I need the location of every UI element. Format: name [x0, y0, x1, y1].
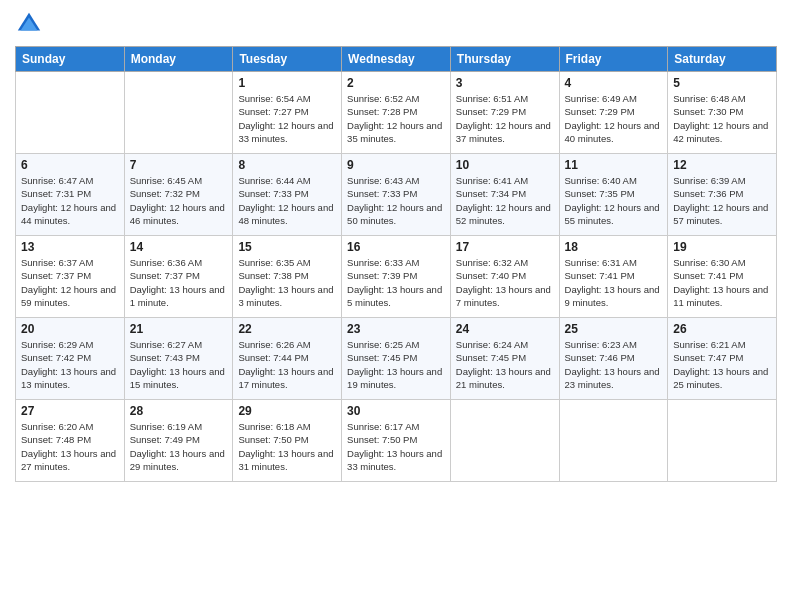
calendar-cell: 17Sunrise: 6:32 AM Sunset: 7:40 PM Dayli… [450, 236, 559, 318]
day-info: Sunrise: 6:47 AM Sunset: 7:31 PM Dayligh… [21, 174, 119, 227]
day-number: 7 [130, 158, 228, 172]
day-info: Sunrise: 6:30 AM Sunset: 7:41 PM Dayligh… [673, 256, 771, 309]
day-number: 4 [565, 76, 663, 90]
day-number: 16 [347, 240, 445, 254]
week-row-2: 6Sunrise: 6:47 AM Sunset: 7:31 PM Daylig… [16, 154, 777, 236]
calendar-cell: 8Sunrise: 6:44 AM Sunset: 7:33 PM Daylig… [233, 154, 342, 236]
calendar-cell: 9Sunrise: 6:43 AM Sunset: 7:33 PM Daylig… [342, 154, 451, 236]
calendar-cell: 6Sunrise: 6:47 AM Sunset: 7:31 PM Daylig… [16, 154, 125, 236]
day-info: Sunrise: 6:40 AM Sunset: 7:35 PM Dayligh… [565, 174, 663, 227]
calendar-cell: 25Sunrise: 6:23 AM Sunset: 7:46 PM Dayli… [559, 318, 668, 400]
day-header-friday: Friday [559, 47, 668, 72]
calendar-cell: 23Sunrise: 6:25 AM Sunset: 7:45 PM Dayli… [342, 318, 451, 400]
day-number: 3 [456, 76, 554, 90]
day-header-sunday: Sunday [16, 47, 125, 72]
day-number: 19 [673, 240, 771, 254]
day-number: 6 [21, 158, 119, 172]
calendar-cell: 28Sunrise: 6:19 AM Sunset: 7:49 PM Dayli… [124, 400, 233, 482]
day-info: Sunrise: 6:37 AM Sunset: 7:37 PM Dayligh… [21, 256, 119, 309]
day-number: 10 [456, 158, 554, 172]
day-info: Sunrise: 6:45 AM Sunset: 7:32 PM Dayligh… [130, 174, 228, 227]
day-number: 27 [21, 404, 119, 418]
calendar-cell: 16Sunrise: 6:33 AM Sunset: 7:39 PM Dayli… [342, 236, 451, 318]
day-number: 18 [565, 240, 663, 254]
calendar-cell: 27Sunrise: 6:20 AM Sunset: 7:48 PM Dayli… [16, 400, 125, 482]
day-info: Sunrise: 6:18 AM Sunset: 7:50 PM Dayligh… [238, 420, 336, 473]
day-info: Sunrise: 6:24 AM Sunset: 7:45 PM Dayligh… [456, 338, 554, 391]
day-info: Sunrise: 6:43 AM Sunset: 7:33 PM Dayligh… [347, 174, 445, 227]
calendar-cell: 7Sunrise: 6:45 AM Sunset: 7:32 PM Daylig… [124, 154, 233, 236]
week-row-1: 1Sunrise: 6:54 AM Sunset: 7:27 PM Daylig… [16, 72, 777, 154]
day-info: Sunrise: 6:32 AM Sunset: 7:40 PM Dayligh… [456, 256, 554, 309]
calendar-cell: 21Sunrise: 6:27 AM Sunset: 7:43 PM Dayli… [124, 318, 233, 400]
page: SundayMondayTuesdayWednesdayThursdayFrid… [0, 0, 792, 612]
day-number: 8 [238, 158, 336, 172]
calendar-cell: 19Sunrise: 6:30 AM Sunset: 7:41 PM Dayli… [668, 236, 777, 318]
calendar-table: SundayMondayTuesdayWednesdayThursdayFrid… [15, 46, 777, 482]
calendar-cell: 20Sunrise: 6:29 AM Sunset: 7:42 PM Dayli… [16, 318, 125, 400]
day-number: 24 [456, 322, 554, 336]
day-header-saturday: Saturday [668, 47, 777, 72]
day-number: 30 [347, 404, 445, 418]
day-number: 5 [673, 76, 771, 90]
calendar-cell: 13Sunrise: 6:37 AM Sunset: 7:37 PM Dayli… [16, 236, 125, 318]
day-header-thursday: Thursday [450, 47, 559, 72]
day-info: Sunrise: 6:54 AM Sunset: 7:27 PM Dayligh… [238, 92, 336, 145]
calendar-cell: 22Sunrise: 6:26 AM Sunset: 7:44 PM Dayli… [233, 318, 342, 400]
day-info: Sunrise: 6:31 AM Sunset: 7:41 PM Dayligh… [565, 256, 663, 309]
day-info: Sunrise: 6:29 AM Sunset: 7:42 PM Dayligh… [21, 338, 119, 391]
calendar-cell: 2Sunrise: 6:52 AM Sunset: 7:28 PM Daylig… [342, 72, 451, 154]
day-number: 17 [456, 240, 554, 254]
day-number: 29 [238, 404, 336, 418]
day-info: Sunrise: 6:17 AM Sunset: 7:50 PM Dayligh… [347, 420, 445, 473]
calendar-cell: 1Sunrise: 6:54 AM Sunset: 7:27 PM Daylig… [233, 72, 342, 154]
calendar-cell: 10Sunrise: 6:41 AM Sunset: 7:34 PM Dayli… [450, 154, 559, 236]
calendar-cell: 24Sunrise: 6:24 AM Sunset: 7:45 PM Dayli… [450, 318, 559, 400]
calendar-cell: 12Sunrise: 6:39 AM Sunset: 7:36 PM Dayli… [668, 154, 777, 236]
calendar-cell [450, 400, 559, 482]
day-info: Sunrise: 6:19 AM Sunset: 7:49 PM Dayligh… [130, 420, 228, 473]
day-header-tuesday: Tuesday [233, 47, 342, 72]
calendar-cell: 3Sunrise: 6:51 AM Sunset: 7:29 PM Daylig… [450, 72, 559, 154]
calendar-cell [16, 72, 125, 154]
day-info: Sunrise: 6:33 AM Sunset: 7:39 PM Dayligh… [347, 256, 445, 309]
day-info: Sunrise: 6:51 AM Sunset: 7:29 PM Dayligh… [456, 92, 554, 145]
day-number: 15 [238, 240, 336, 254]
logo [15, 10, 47, 38]
calendar-cell: 5Sunrise: 6:48 AM Sunset: 7:30 PM Daylig… [668, 72, 777, 154]
day-number: 22 [238, 322, 336, 336]
day-info: Sunrise: 6:44 AM Sunset: 7:33 PM Dayligh… [238, 174, 336, 227]
day-number: 9 [347, 158, 445, 172]
calendar-cell: 11Sunrise: 6:40 AM Sunset: 7:35 PM Dayli… [559, 154, 668, 236]
day-number: 20 [21, 322, 119, 336]
header-row: SundayMondayTuesdayWednesdayThursdayFrid… [16, 47, 777, 72]
day-number: 23 [347, 322, 445, 336]
day-info: Sunrise: 6:49 AM Sunset: 7:29 PM Dayligh… [565, 92, 663, 145]
calendar-cell [124, 72, 233, 154]
week-row-4: 20Sunrise: 6:29 AM Sunset: 7:42 PM Dayli… [16, 318, 777, 400]
day-number: 13 [21, 240, 119, 254]
day-header-monday: Monday [124, 47, 233, 72]
day-number: 25 [565, 322, 663, 336]
day-info: Sunrise: 6:20 AM Sunset: 7:48 PM Dayligh… [21, 420, 119, 473]
day-info: Sunrise: 6:48 AM Sunset: 7:30 PM Dayligh… [673, 92, 771, 145]
day-info: Sunrise: 6:41 AM Sunset: 7:34 PM Dayligh… [456, 174, 554, 227]
day-info: Sunrise: 6:35 AM Sunset: 7:38 PM Dayligh… [238, 256, 336, 309]
week-row-5: 27Sunrise: 6:20 AM Sunset: 7:48 PM Dayli… [16, 400, 777, 482]
day-number: 1 [238, 76, 336, 90]
day-info: Sunrise: 6:27 AM Sunset: 7:43 PM Dayligh… [130, 338, 228, 391]
day-number: 21 [130, 322, 228, 336]
day-info: Sunrise: 6:26 AM Sunset: 7:44 PM Dayligh… [238, 338, 336, 391]
calendar-cell [668, 400, 777, 482]
calendar-cell: 26Sunrise: 6:21 AM Sunset: 7:47 PM Dayli… [668, 318, 777, 400]
week-row-3: 13Sunrise: 6:37 AM Sunset: 7:37 PM Dayli… [16, 236, 777, 318]
day-number: 11 [565, 158, 663, 172]
day-number: 28 [130, 404, 228, 418]
calendar-cell [559, 400, 668, 482]
day-number: 14 [130, 240, 228, 254]
header [15, 10, 777, 38]
calendar-cell: 14Sunrise: 6:36 AM Sunset: 7:37 PM Dayli… [124, 236, 233, 318]
day-info: Sunrise: 6:21 AM Sunset: 7:47 PM Dayligh… [673, 338, 771, 391]
day-info: Sunrise: 6:23 AM Sunset: 7:46 PM Dayligh… [565, 338, 663, 391]
day-info: Sunrise: 6:39 AM Sunset: 7:36 PM Dayligh… [673, 174, 771, 227]
